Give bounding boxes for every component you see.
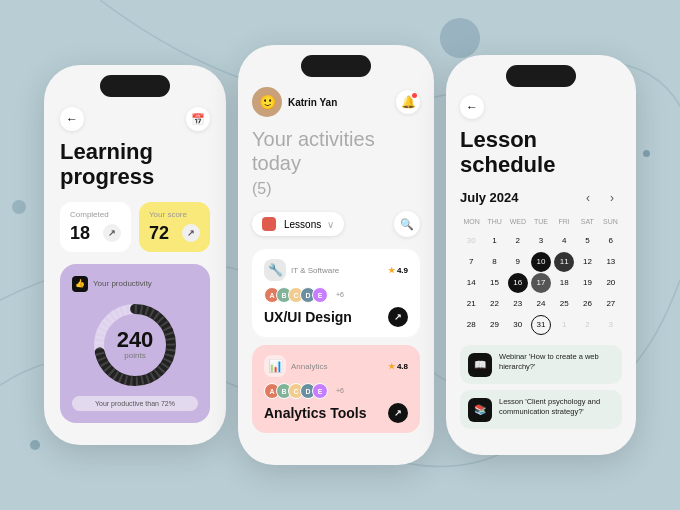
- p2-filter-bar: Lessons ∨ 🔍: [252, 211, 420, 237]
- cal-5[interactable]: 5: [578, 231, 598, 251]
- cal-2-aug[interactable]: 2: [578, 315, 598, 335]
- completed-arrow: ↗: [103, 224, 121, 242]
- cal-25[interactable]: 25: [554, 294, 574, 314]
- search-button[interactable]: 🔍: [394, 211, 420, 237]
- cal-21[interactable]: 21: [461, 294, 481, 314]
- activity-count: (5): [252, 180, 272, 197]
- phone-notch-1: [100, 75, 170, 97]
- productivity-icon: 👍: [72, 276, 88, 292]
- lessons-filter[interactable]: Lessons ∨: [252, 212, 344, 236]
- cal-10[interactable]: 10: [531, 252, 551, 272]
- cal-30[interactable]: 30: [508, 315, 528, 335]
- phones-container: ← 📅 Learning progress Completed 18 ↗ You…: [44, 45, 636, 465]
- notification-dot: [412, 93, 417, 98]
- course-card-1[interactable]: 🔧 IT & Software ★ 4.9 A B C D E: [252, 249, 420, 337]
- cal-23[interactable]: 23: [508, 294, 528, 314]
- cal-20[interactable]: 20: [601, 273, 621, 293]
- cal-1[interactable]: 1: [484, 231, 504, 251]
- productivity-card: 👍 Your productivity 240 points: [60, 264, 210, 423]
- course1-name: UX/UI Design: [264, 309, 352, 325]
- course2-avatars: A B C D E: [264, 383, 324, 399]
- course2-arrow[interactable]: ↗: [388, 403, 408, 423]
- cal-16-today[interactable]: 16: [508, 273, 528, 293]
- cal-27[interactable]: 27: [601, 294, 621, 314]
- month-header: July 2024 ‹ ›: [460, 188, 622, 208]
- course1-rating: ★ 4.9: [388, 266, 408, 275]
- course2-tag: Annalytics: [291, 362, 327, 371]
- score-stat: Your score 72 ↗: [139, 202, 210, 252]
- cal-7[interactable]: 7: [461, 252, 481, 272]
- p2-header: 🙂 Katrin Yan 🔔: [252, 87, 420, 117]
- user-name: Katrin Yan: [288, 97, 396, 108]
- lesson-list: 📖 Webinar 'How to create a web hierarchy…: [460, 345, 622, 429]
- phone-schedule: ← Lesson schedule July 2024 ‹ › MON THU …: [446, 55, 636, 455]
- course1-tag: IT & Software: [291, 266, 339, 275]
- lesson-icon-1: 📖: [468, 353, 492, 377]
- cal-29[interactable]: 29: [484, 315, 504, 335]
- calendar-grid: MON THU WED TUE FRI SAT SUN 30 1 2 3 4 5: [460, 216, 622, 335]
- course2-name: Analytics Tools: [264, 405, 366, 421]
- p2-title: Your activities today (5): [252, 127, 420, 199]
- cal-13[interactable]: 13: [601, 252, 621, 272]
- cal-1-aug[interactable]: 1: [554, 315, 574, 335]
- cal-11[interactable]: 11: [554, 252, 574, 272]
- p3-title: Lesson schedule: [460, 127, 622, 178]
- phone-notch-3: [506, 65, 576, 87]
- user-avatar: 🙂: [252, 87, 282, 117]
- score-arrow: ↗: [182, 224, 200, 242]
- course1-avatars: A B C D E: [264, 287, 324, 303]
- cal-12[interactable]: 12: [578, 252, 598, 272]
- p1-title: Learning progress: [60, 139, 210, 190]
- notification-bell[interactable]: 🔔: [396, 90, 420, 114]
- lesson-item-2[interactable]: 📚 Lesson 'Client psychology and communic…: [460, 390, 622, 429]
- p1-stats: Completed 18 ↗ Your score 72 ↗: [60, 202, 210, 252]
- cal-14[interactable]: 14: [461, 273, 481, 293]
- cal-30-jun[interactable]: 30: [461, 231, 481, 251]
- cal-26[interactable]: 26: [578, 294, 598, 314]
- phone-notch-2: [301, 55, 371, 77]
- cal-2[interactable]: 2: [508, 231, 528, 251]
- course-card-2[interactable]: 📊 Annalytics ★ 4.8 A B C D E: [252, 345, 420, 433]
- course2-rating: ★ 4.8: [388, 362, 408, 371]
- cal-3[interactable]: 3: [531, 231, 551, 251]
- back-button-3[interactable]: ←: [460, 95, 484, 119]
- cal-17[interactable]: 17: [531, 273, 551, 293]
- completed-stat: Completed 18 ↗: [60, 202, 131, 252]
- cal-22[interactable]: 22: [484, 294, 504, 314]
- cal-18[interactable]: 18: [554, 273, 574, 293]
- cal-4[interactable]: 4: [554, 231, 574, 251]
- calendar-button-1[interactable]: 📅: [186, 107, 210, 131]
- cal-6[interactable]: 6: [601, 231, 621, 251]
- cal-28[interactable]: 28: [461, 315, 481, 335]
- course-icon-1: 🔧: [264, 259, 286, 281]
- lesson-item-1[interactable]: 📖 Webinar 'How to create a web hierarchy…: [460, 345, 622, 384]
- productivity-footer: Your productive than 72%: [72, 396, 198, 411]
- lesson-icon-2: 📚: [468, 398, 492, 422]
- cal-19[interactable]: 19: [578, 273, 598, 293]
- cal-9[interactable]: 9: [508, 252, 528, 272]
- back-button-1[interactable]: ←: [60, 107, 84, 131]
- cal-15[interactable]: 15: [484, 273, 504, 293]
- cal-24[interactable]: 24: [531, 294, 551, 314]
- course1-arrow[interactable]: ↗: [388, 307, 408, 327]
- phone-activities: 🙂 Katrin Yan 🔔 Your activities today (5)…: [238, 45, 434, 465]
- course-icon-2: 📊: [264, 355, 286, 377]
- p1-topbar: ← 📅: [60, 107, 210, 131]
- cal-8[interactable]: 8: [484, 252, 504, 272]
- donut-chart: 240 points: [72, 300, 198, 390]
- cal-31[interactable]: 31: [531, 315, 551, 335]
- p3-topbar: ←: [460, 95, 622, 119]
- cal-3-aug[interactable]: 3: [601, 315, 621, 335]
- next-month-btn[interactable]: ›: [602, 188, 622, 208]
- prev-month-btn[interactable]: ‹: [578, 188, 598, 208]
- phone-learning-progress: ← 📅 Learning progress Completed 18 ↗ You…: [44, 65, 226, 445]
